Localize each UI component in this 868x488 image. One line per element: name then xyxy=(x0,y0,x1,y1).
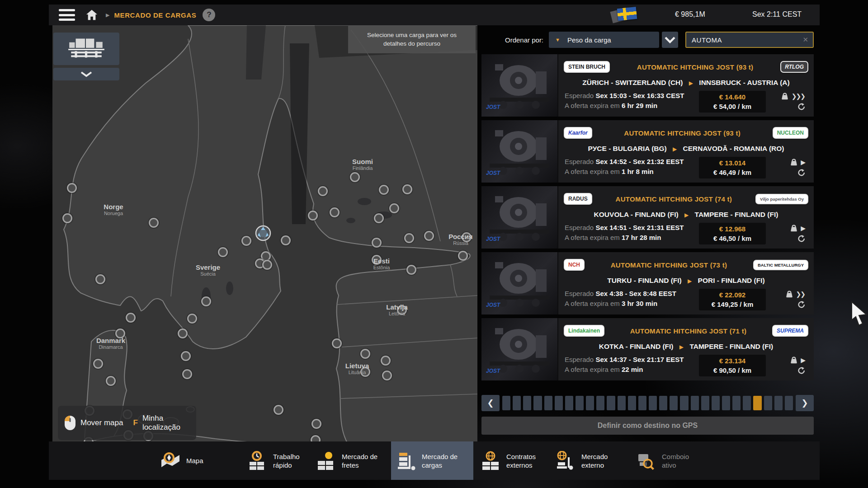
search-input[interactable]: AUTOMA ✕ xyxy=(685,32,814,48)
page-tick[interactable] xyxy=(680,396,688,410)
cargo-flags: ▶ xyxy=(770,355,807,376)
map-area[interactable]: NorgeNoruegaSverigeSuéciaSuomiFinlândiaE… xyxy=(52,25,477,445)
page-tick[interactable] xyxy=(764,396,772,410)
page-tick[interactable] xyxy=(659,396,667,410)
page-tick[interactable] xyxy=(638,396,646,410)
home-icon[interactable] xyxy=(84,8,99,22)
cargo-card[interactable]: JOST STEIN BRUCH AUTOMATIC HITCHING JOST… xyxy=(481,54,814,117)
mouse-icon xyxy=(64,415,76,431)
cargo-market-panel: Ordenar por: ▼ Peso da carga AUTOMA ✕ xyxy=(481,25,814,445)
menu-icon[interactable] xyxy=(59,9,75,21)
route-destination: TAMPERE - FINLAND (FI) xyxy=(689,343,773,350)
tooltip-line2: detalhes do percurso xyxy=(367,39,457,48)
sort-row: Ordenar por: ▼ Peso da carga AUTOMA ✕ xyxy=(481,32,814,48)
page-next-button[interactable]: ❯ xyxy=(796,395,814,411)
thumbnail-brand-text: JOST xyxy=(486,368,500,374)
page-tick[interactable] xyxy=(691,396,699,410)
page-tick[interactable] xyxy=(732,396,741,410)
cargo-title: AUTOMATIC HITCHING JOST (74 t) xyxy=(591,195,756,203)
page-tick[interactable] xyxy=(544,396,552,410)
page-tick[interactable] xyxy=(628,396,636,410)
nav-quick-job[interactable]: Trabalhorápido xyxy=(242,441,304,480)
nav-external-market[interactable]: Mercadoexterno xyxy=(551,441,612,480)
help-button[interactable]: ? xyxy=(203,9,215,21)
chevron-down-icon xyxy=(664,36,676,43)
urgency-chevrons-icon: ▶ xyxy=(801,159,805,166)
nav-external-contracts[interactable]: Contratosexternos xyxy=(476,441,540,480)
expected-value: Sex 14:37 - Sex 21:17 EEST xyxy=(595,356,684,363)
page-tick[interactable] xyxy=(555,396,563,410)
cargo-card[interactable]: JOST Kaarfor AUTOMATIC HITCHING JOST (93… xyxy=(481,120,814,183)
page-tick[interactable] xyxy=(586,396,594,410)
expires-label: A oferta expira em xyxy=(565,234,620,241)
country-label: DanmarkDinamarca xyxy=(96,337,125,350)
page-tick[interactable] xyxy=(513,396,521,410)
page-tick[interactable] xyxy=(502,396,510,410)
expires-label: A oferta expira em xyxy=(565,102,620,109)
cargo-card[interactable]: JOST NCH AUTOMATIC HITCHING JOST (73 t) … xyxy=(481,252,814,314)
country-label: EestiEstônia xyxy=(373,258,390,271)
cargo-price-box: € 13.014 € 46,49 / km xyxy=(699,157,766,178)
page-tick[interactable] xyxy=(722,396,730,410)
page-prev-button[interactable]: ❮ xyxy=(481,395,500,411)
country-label: LietuvaLituânia xyxy=(345,362,369,375)
nav-active-convoy[interactable]: Comboioativo xyxy=(631,441,693,480)
sort-dropdown[interactable]: ▼ Peso da carga xyxy=(549,32,659,48)
search-clear-icon[interactable]: ✕ xyxy=(802,36,808,44)
page-tick[interactable] xyxy=(576,396,584,410)
country-label: NorgeNoruega xyxy=(104,203,123,216)
home-glyph xyxy=(85,9,98,21)
route-destination: INNSBRUCK - AUSTRIA (A) xyxy=(699,79,789,86)
return-loop-icon xyxy=(797,300,806,309)
page-tick[interactable] xyxy=(701,396,709,410)
cargo-card-content: Kaarfor AUTOMATIC HITCHING JOST (93 t) N… xyxy=(558,120,814,183)
page-tick[interactable] xyxy=(774,396,783,410)
pallet-lift-icon xyxy=(396,451,416,471)
cargo-route: KOTKA - FINLAND (FI) ▶ TAMPERE - FINLAND… xyxy=(565,341,807,352)
expected-value: Sex 15:03 - Sex 16:33 CEST xyxy=(595,92,684,99)
page-tick[interactable] xyxy=(670,396,678,410)
page-tick-current[interactable] xyxy=(753,396,761,410)
cargo-card[interactable]: JOST Lindakainen AUTOMATIC HITCHING JOST… xyxy=(481,318,814,380)
nav-map[interactable]: Mapa xyxy=(156,441,208,480)
page-tick[interactable] xyxy=(649,396,657,410)
cargo-flags: ▶ xyxy=(770,223,807,244)
cargo-list: JOST STEIN BRUCH AUTOMATIC HITCHING JOST… xyxy=(481,54,814,384)
page-tick[interactable] xyxy=(712,396,720,410)
route-destination: CERNAVODĂ - ROMANIA (RO) xyxy=(683,145,784,152)
page-tick[interactable] xyxy=(533,396,542,410)
expected-label: Esperado xyxy=(565,290,594,297)
nav-freight-market[interactable]: Mercado defretes xyxy=(311,441,382,480)
page-title: MERCADO DE CARGAS xyxy=(114,11,196,19)
cargo-title: AUTOMATIC HITCHING JOST (73 t) xyxy=(584,261,754,269)
route-arrow-icon: ▶ xyxy=(679,344,684,350)
convoy-search-icon xyxy=(636,451,656,471)
page-tick[interactable] xyxy=(785,396,793,410)
page-tick[interactable] xyxy=(607,396,615,410)
page-tick[interactable] xyxy=(743,396,751,410)
sort-expand-button[interactable] xyxy=(662,32,678,48)
thumbnail-brand-text: JOST xyxy=(486,236,500,242)
cargo-thumbnail: JOST xyxy=(481,120,558,183)
player-location-marker[interactable] xyxy=(255,225,272,244)
page-tick[interactable] xyxy=(618,396,626,410)
expires-value: 6 hr 29 min xyxy=(622,102,657,109)
expires-value: 1 hr 8 min xyxy=(622,168,654,175)
set-gps-destination-button[interactable]: Definir como destino no GPS xyxy=(481,417,814,435)
page-tick[interactable] xyxy=(565,396,573,410)
page-tick[interactable] xyxy=(596,396,604,410)
route-origin: TURKU - FINLAND (FI) xyxy=(607,277,681,284)
route-destination: TAMPERE - FINLAND (FI) xyxy=(695,211,778,218)
cargo-times: Esperado Sex 4:38 - Sex 8:48 EEST A ofer… xyxy=(565,289,699,310)
trailer-filter-button[interactable] xyxy=(53,33,119,65)
collapse-panel-button[interactable] xyxy=(53,68,119,80)
urgency-chevrons-icon: ▶ xyxy=(801,225,805,232)
page-tick[interactable] xyxy=(523,396,531,410)
expires-value: 17 hr 28 min xyxy=(622,234,661,241)
cargo-title: AUTOMATIC HITCHING JOST (93 t) xyxy=(609,63,781,71)
return-loop-icon xyxy=(797,103,806,111)
cargo-thumbnail: JOST xyxy=(481,54,558,117)
nav-cargo-market[interactable]: Mercado decargas xyxy=(391,441,473,480)
cargo-card[interactable]: JOST RADUS AUTOMATIC HITCHING JOST (74 t… xyxy=(481,186,814,249)
country-label: SverigeSuécia xyxy=(196,264,220,277)
